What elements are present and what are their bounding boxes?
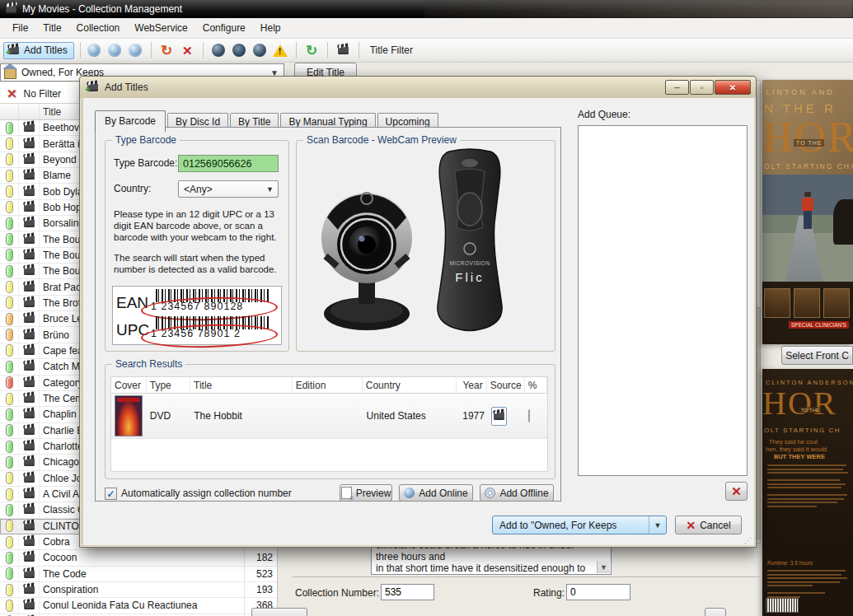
movie-clapper-icon [24, 267, 35, 275]
status-pill-green [6, 552, 13, 564]
title-cell: Conul Leonida Fata Cu Reactiunea [40, 600, 244, 611]
status-pill-yellow [6, 170, 13, 182]
column-header-year[interactable]: Year [457, 377, 487, 393]
status-pill-green [6, 441, 13, 453]
auto-assign-checkbox[interactable]: ✓ [105, 488, 117, 500]
delete-title-icon[interactable]: ✕ [180, 43, 195, 58]
column-header-source[interactable]: Source [487, 377, 525, 393]
dialog-icon: + [87, 83, 98, 91]
tab-by-barcode[interactable]: By Barcode [95, 110, 166, 132]
column-header-edition[interactable]: Edition [293, 377, 363, 393]
disc-eject-icon[interactable] [252, 43, 268, 58]
scanner-brand-text: MICROVISION [449, 260, 490, 266]
movie-clapper-icon [24, 506, 35, 514]
front-cover-image: LINTON AND N THE R HOR TO THE OLT STARTI… [762, 80, 853, 344]
status-pill-green [6, 408, 13, 421]
column-header-type[interactable]: Type [147, 377, 190, 393]
toolbar-separator [203, 42, 204, 58]
add-queue-listbox[interactable] [578, 125, 748, 476]
status-pill-yellow [6, 296, 13, 309]
add-online-button[interactable]: Add Online [399, 484, 473, 502]
close-button[interactable]: ✕ [715, 80, 751, 95]
movie-clapper-icon [24, 586, 35, 594]
partial-button-left[interactable] [251, 608, 307, 616]
menu-item-configure[interactable]: Configure [195, 19, 253, 37]
movie-clapper-icon [24, 553, 35, 562]
country-select[interactable]: <Any> ▼ [178, 180, 279, 198]
preview-button[interactable]: Preview [340, 484, 392, 502]
menu-item-webservice[interactable]: WebService [127, 19, 195, 37]
menu-item-collection[interactable]: Collection [69, 19, 128, 37]
match-percent-pill [528, 409, 530, 422]
warning-icon[interactable] [273, 43, 288, 58]
column-header-title[interactable]: Title [190, 377, 293, 393]
toolbar-separator [327, 42, 328, 58]
title-list-row[interactable]: Conspiration193 [0, 582, 277, 598]
barcode-input[interactable] [178, 155, 279, 172]
toolbar-separator [80, 42, 81, 58]
dialog-title-bar[interactable]: + Add Titles ─ ▫ ✕ [80, 77, 756, 98]
dialog-title: Add Titles [105, 82, 148, 93]
add-to-collection-button[interactable]: Add to "Owned, For Keeps ▼ [492, 516, 667, 534]
partial-button-right[interactable] [705, 608, 726, 616]
remove-queue-item-button[interactable]: ✕ [725, 482, 748, 501]
save-disc-icon[interactable] [107, 43, 123, 58]
collection-number-cell: 182 [244, 550, 277, 565]
status-pill-green [6, 217, 13, 230]
search-result-row[interactable]: DVDThe HobbitUnited States1977 [111, 394, 547, 439]
title-list-row[interactable]: Conul Leonida Fata Cu Reactiunea368 [0, 598, 277, 614]
add-titles-button[interactable]: + Add Titles [3, 42, 74, 59]
toolbar-separator [151, 42, 152, 58]
status-pill-green [6, 361, 13, 373]
menu-item-file[interactable]: File [5, 19, 35, 37]
load-disc-icon[interactable] [128, 43, 143, 58]
scroll-down-arrow-icon[interactable]: ▼ [597, 561, 610, 573]
select-front-cover-button[interactable]: Select Front C [781, 346, 853, 365]
dialog-client-area: By BarcodeBy Disc IdBy TitleBy Manual Ty… [83, 98, 754, 545]
export-web-disc-icon[interactable] [87, 43, 102, 58]
result-percent-cell [525, 410, 547, 422]
search-results-table[interactable]: CoverTypeTitleEditionCountryYearSource% … [110, 376, 548, 472]
title-column-header[interactable]: Title [40, 106, 61, 118]
column-header-percent[interactable]: % [525, 377, 547, 393]
title-cell: The Code [40, 568, 244, 580]
title-list-row[interactable]: Cocoon182 [0, 550, 277, 566]
menu-item-title[interactable]: Title [35, 19, 68, 37]
home-icon [4, 68, 16, 79]
add-to-dropdown-arrow[interactable]: ▼ [649, 516, 666, 534]
movie-clapper-icon [24, 219, 35, 227]
webcam-image [317, 180, 416, 335]
resize-grip[interactable]: ⋰ [744, 536, 752, 544]
column-header-cover[interactable]: Cover [111, 377, 147, 393]
type-barcode-label: Type Barcode: [114, 157, 177, 169]
rating-label: Rating: [533, 587, 565, 599]
column-header-country[interactable]: Country [363, 377, 457, 393]
menu-item-help[interactable]: Help [253, 19, 288, 37]
movie-clapper-icon [24, 203, 35, 212]
disc-tools-icon[interactable] [211, 43, 227, 58]
movie-clapper-icon [24, 362, 35, 371]
scanner-model-text: Flic [455, 270, 484, 284]
disc-burn-icon[interactable] [232, 43, 247, 58]
cancel-button[interactable]: ✕ Cancel [675, 516, 742, 534]
source-icon [491, 407, 507, 426]
by-barcode-tab-panel: Type Barcode Type Barcode: Country: <Any… [95, 127, 561, 502]
movie-clapper-icon [24, 538, 35, 546]
movie-clapper-icon [24, 299, 35, 307]
refresh-icon[interactable]: ↻ [304, 43, 320, 58]
no-filter-label: No Filter [24, 88, 61, 100]
edit-clapper-icon[interactable] [335, 43, 351, 58]
result-cover-cell [111, 395, 147, 436]
add-offline-button[interactable]: Add Offline [480, 484, 554, 502]
rating-input[interactable] [566, 584, 630, 600]
title-list-row[interactable]: The Code523 [0, 567, 277, 582]
collection-number-input[interactable] [381, 584, 434, 600]
movie-clapper-icon [24, 458, 35, 466]
cover-photo [762, 175, 853, 282]
minimize-button[interactable]: ─ [665, 80, 689, 95]
status-pill-green [6, 265, 13, 278]
title-cell: Cocoon [40, 552, 244, 563]
status-pill-yellow [6, 281, 13, 293]
maximize-button[interactable]: ▫ [690, 80, 714, 95]
update-titles-icon[interactable]: ↻ [159, 43, 175, 58]
